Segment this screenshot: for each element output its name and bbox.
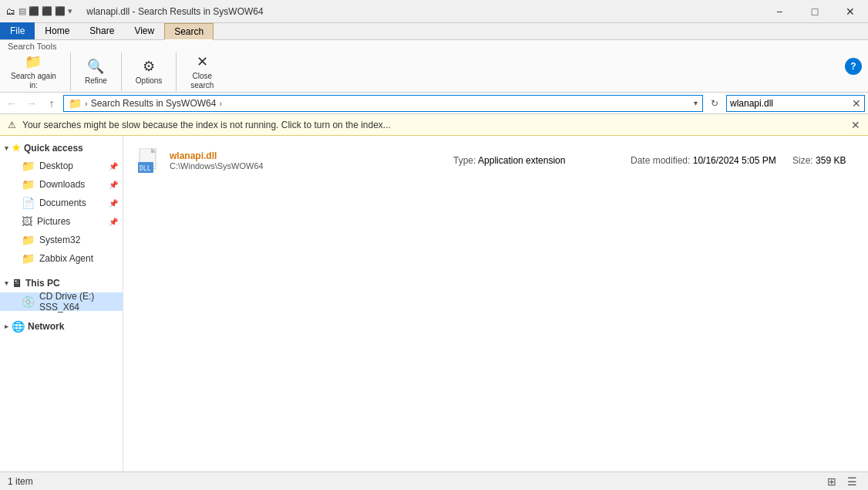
title-bar-icons: 🗂 ▤ ⬛ ⬛ ⬛ ▾ — [0, 0, 79, 22]
desktop-pin-icon: 📌 — [109, 162, 118, 171]
tab-search[interactable]: Search — [164, 23, 214, 40]
refine-button[interactable]: 🔍 Refine — [80, 56, 112, 86]
status-bar: 1 item ⊞ ☰ — [0, 471, 868, 490]
title-bar: 🗂 ▤ ⬛ ⬛ ⬛ ▾ wlanapi.dll - Search Results… — [0, 0, 868, 23]
sidebar-item-documents[interactable]: 📄 Documents 📌 — [0, 194, 123, 212]
ribbon-separator-2 — [121, 52, 122, 91]
search-input[interactable] — [730, 98, 852, 109]
ribbon-tabs: File Home Share View Search — [0, 23, 868, 40]
size-label: Size: — [792, 155, 813, 166]
desktop-folder-icon: 📁 — [22, 160, 35, 172]
file-path: C:\Windows\SysWOW64 — [170, 161, 446, 171]
type-label: Type: Application extension — [453, 155, 565, 166]
main-area: ▾ ★ Quick access 📁 Desktop 📌 📁 Downloads… — [0, 136, 868, 471]
date-value: 10/16/2024 5:05 PM — [693, 155, 776, 166]
network-icon: 🌐 — [12, 320, 25, 333]
dll-icon-svg: DLL — [138, 148, 161, 173]
forward-button[interactable]: → — [23, 95, 40, 112]
view-controls: ⊞ ☰ — [823, 475, 860, 488]
ribbon-separator-1 — [70, 52, 71, 91]
file-type-cell: Type: Application extension — [453, 155, 623, 166]
sidebar: ▾ ★ Quick access 📁 Desktop 📌 📁 Downloads… — [0, 136, 123, 471]
options-button[interactable]: ⚙ Options — [131, 56, 167, 86]
cdrive-label: CD Drive (E:) SSS_X64 — [39, 291, 118, 313]
sidebar-item-zabbix[interactable]: 📁 Zabbix Agent — [0, 249, 123, 268]
app-icon: 🗂 — [6, 6, 15, 17]
back-button[interactable]: ← — [3, 95, 20, 112]
item-count: 1 item — [8, 476, 33, 487]
minimize-button[interactable]: − — [762, 0, 797, 22]
file-item-wlanapi[interactable]: DLL wlanapi.dll C:\Windows\SysWOW64 Type… — [130, 142, 862, 179]
size-value: 359 KB — [816, 155, 846, 166]
cdrive-icon: 💿 — [22, 296, 35, 308]
quick-access-chevron: ▾ — [5, 144, 8, 152]
maximize-button[interactable]: □ — [797, 0, 833, 22]
ribbon-help[interactable]: ? — [845, 58, 862, 75]
system32-label: System32 — [39, 235, 80, 245]
search-box[interactable]: ✕ — [726, 95, 865, 112]
this-pc-label: This PC — [25, 278, 60, 289]
warning-text: Your searches might be slow because the … — [22, 120, 391, 130]
close-search-button[interactable]: ✕ Closesearch — [186, 52, 218, 92]
zabbix-label: Zabbix Agent — [39, 253, 93, 264]
file-size-cell: Size: 359 KB — [792, 155, 854, 166]
tab-view[interactable]: View — [124, 22, 164, 39]
sidebar-section-this-pc[interactable]: ▾ 🖥 This PC — [0, 274, 123, 292]
sidebar-item-downloads[interactable]: 📁 Downloads 📌 — [0, 175, 123, 194]
path-dropdown-arrow[interactable]: ▾ — [694, 99, 698, 107]
sidebar-item-cdrive[interactable]: 💿 CD Drive (E:) SSS_X64 — [0, 292, 123, 311]
documents-pin-icon: 📌 — [109, 199, 118, 208]
pictures-pin-icon: 📌 — [109, 218, 118, 226]
refresh-button[interactable]: ↻ — [706, 95, 723, 112]
downloads-folder-icon: 📁 — [22, 178, 35, 191]
window-controls: − □ ✕ — [762, 0, 868, 22]
ribbon-section-label: Search Tools — [8, 42, 56, 51]
help-button[interactable]: ? — [845, 58, 862, 75]
clear-search-button[interactable]: ✕ — [852, 97, 861, 110]
address-bar: ← → ↑ 📁 › Search Results in SysWOW64 › ▾… — [0, 93, 868, 114]
ribbon-buttons: 📁 Search againin: 🔍 Refine ⚙ Options ✕ C… — [6, 52, 218, 92]
sidebar-section-network[interactable]: ▸ 🌐 Network — [0, 317, 123, 336]
system32-folder-icon: 📁 — [22, 234, 35, 246]
address-folder-icon: 📁 — [69, 97, 82, 110]
content-area: DLL wlanapi.dll C:\Windows\SysWOW64 Type… — [123, 136, 868, 471]
this-pc-computer-icon: 🖥 — [12, 277, 22, 289]
window-title: wlanapi.dll - Search Results in SysWOW64 — [79, 0, 762, 22]
list-view-button[interactable]: ☰ — [843, 475, 860, 488]
svg-text:DLL: DLL — [140, 165, 151, 172]
ribbon-separator-3 — [176, 52, 177, 91]
up-button[interactable]: ↑ — [43, 95, 60, 112]
file-date-cell: Date modified: 10/16/2024 5:05 PM — [631, 155, 785, 166]
quick-access-star-icon: ★ — [12, 142, 21, 154]
tab-file[interactable]: File — [0, 22, 35, 39]
network-label: Network — [28, 321, 64, 332]
sidebar-item-pictures[interactable]: 🖼 Pictures 📌 — [0, 212, 123, 231]
date-label: Date modified: — [631, 155, 690, 166]
file-name: wlanapi.dll — [170, 150, 446, 161]
desktop-label: Desktop — [39, 161, 73, 171]
large-icons-view-button[interactable]: ⊞ — [823, 475, 840, 488]
zabbix-folder-icon: 📁 — [22, 252, 35, 265]
sidebar-section-quick-access[interactable]: ▾ ★ Quick access — [0, 139, 123, 157]
documents-label: Documents — [39, 198, 86, 208]
pictures-folder-icon: 🖼 — [22, 215, 32, 228]
network-chevron: ▸ — [5, 323, 8, 330]
warning-bar[interactable]: ⚠ Your searches might be slow because th… — [0, 114, 868, 136]
close-warning-button[interactable]: ✕ — [851, 119, 860, 131]
pictures-label: Pictures — [37, 216, 70, 227]
warning-icon: ⚠ — [8, 120, 16, 130]
sidebar-item-desktop[interactable]: 📁 Desktop 📌 — [0, 157, 123, 175]
search-again-button[interactable]: 📁 Search againin: — [6, 52, 61, 92]
address-path[interactable]: 📁 › Search Results in SysWOW64 › ▾ — [63, 95, 703, 112]
file-info: wlanapi.dll C:\Windows\SysWOW64 — [170, 150, 446, 171]
path-segment-search-results: Search Results in SysWOW64 — [91, 98, 217, 109]
close-button[interactable]: ✕ — [833, 0, 868, 22]
downloads-pin-icon: 📌 — [109, 181, 118, 189]
documents-folder-icon: 📄 — [22, 197, 35, 209]
tab-share[interactable]: Share — [79, 22, 124, 39]
quick-access-label: Quick access — [24, 143, 83, 154]
ribbon-content: Search Tools 📁 Search againin: 🔍 Refine … — [0, 40, 868, 93]
sidebar-item-system32[interactable]: 📁 System32 — [0, 231, 123, 249]
tab-home[interactable]: Home — [35, 22, 79, 39]
quick-access-icons: ▤ ⬛ ⬛ ⬛ ▾ — [19, 6, 72, 16]
